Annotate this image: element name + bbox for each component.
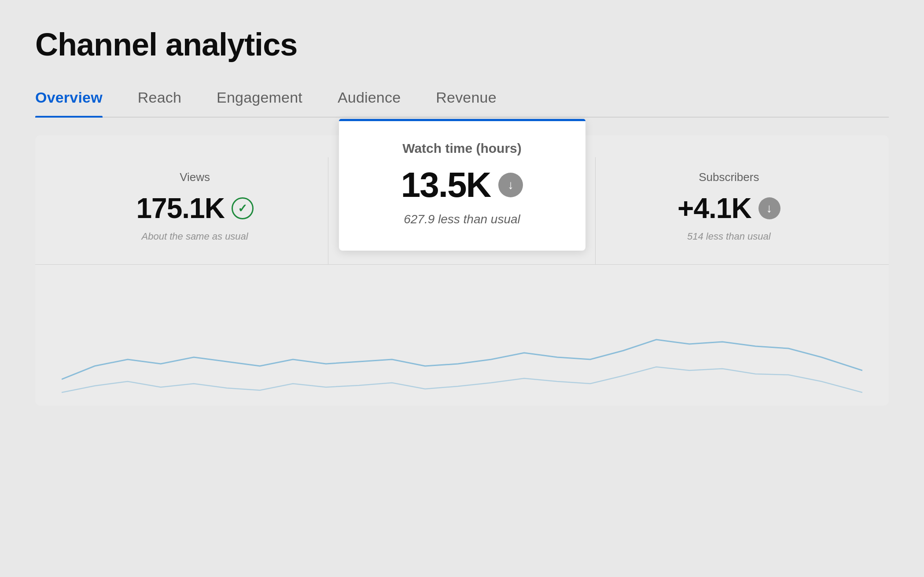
- subscribers-label: Subscribers: [613, 170, 845, 184]
- tooltip-value: 13.5K: [401, 165, 490, 205]
- subscribers-status-text: 514 less than usual: [613, 231, 845, 242]
- tab-revenue[interactable]: Revenue: [436, 89, 497, 117]
- tooltip-top-bar: [339, 119, 585, 121]
- metric-subscribers[interactable]: Subscribers +4.1K 514 less than usual: [596, 157, 862, 264]
- tab-reach[interactable]: Reach: [138, 89, 181, 117]
- tooltip-value-row: 13.5K: [370, 165, 555, 205]
- subscribers-status-icon: [758, 197, 780, 219]
- subscribers-value: +4.1K: [677, 192, 751, 225]
- tab-overview[interactable]: Overview: [35, 89, 103, 117]
- metric-views[interactable]: Views 175.1K About the same as usual: [62, 157, 328, 264]
- views-status-text: About the same as usual: [79, 231, 310, 242]
- views-status-icon: [232, 197, 254, 219]
- tooltip-sub-text: 627.9 less than usual: [370, 212, 555, 226]
- chart-svg: [62, 265, 862, 406]
- tab-engagement[interactable]: Engagement: [217, 89, 302, 117]
- views-value: 175.1K: [136, 192, 224, 225]
- tab-audience[interactable]: Audience: [338, 89, 401, 117]
- views-value-row: 175.1K: [79, 192, 310, 225]
- tooltip-down-icon: [498, 173, 523, 197]
- page-title: Channel analytics: [35, 26, 889, 63]
- subscribers-value-row: +4.1K: [613, 192, 845, 225]
- page-container: Channel analytics Overview Reach Engagem…: [0, 0, 924, 406]
- chart-area: [62, 265, 862, 406]
- tooltip-card: Watch time (hours) 13.5K 627.9 less than…: [339, 119, 585, 251]
- tooltip-label: Watch time (hours): [370, 141, 555, 156]
- views-label: Views: [79, 170, 310, 184]
- tabs-nav: Overview Reach Engagement Audience Reven…: [35, 89, 889, 118]
